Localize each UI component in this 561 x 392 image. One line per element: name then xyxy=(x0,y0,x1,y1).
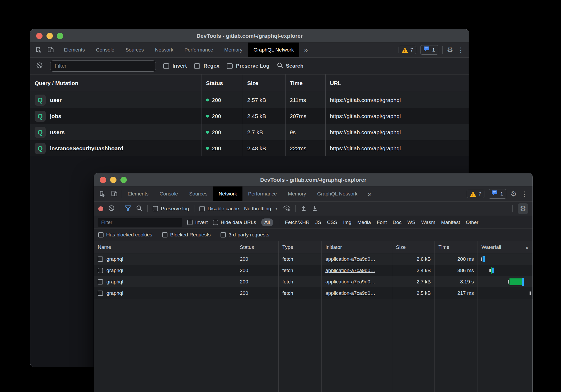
column-header-query-mutation[interactable]: Query / Mutation xyxy=(30,74,202,92)
table-row[interactable]: graphql 200 fetch application-a7ca9d0… 2… xyxy=(94,265,532,276)
row-checkbox[interactable] xyxy=(98,291,103,296)
tab-sources[interactable]: Sources xyxy=(184,186,213,201)
filter-chip-all[interactable]: All xyxy=(261,218,273,226)
has-blocked-cookies-control[interactable]: Has blocked cookies xyxy=(98,232,152,238)
filter-chip-css[interactable]: CSS xyxy=(327,220,337,225)
export-har-icon[interactable] xyxy=(312,205,318,212)
row-checkbox[interactable] xyxy=(98,279,103,284)
record-button[interactable] xyxy=(98,206,103,211)
column-header-size[interactable]: Size xyxy=(392,241,435,253)
tab-sources[interactable]: Sources xyxy=(120,43,149,57)
preserve-log-control[interactable]: Preserve log xyxy=(153,206,189,212)
regex-checkbox[interactable] xyxy=(194,63,200,69)
tab-graphql-network[interactable]: GraphQL Network xyxy=(248,43,299,57)
search-icon[interactable] xyxy=(136,205,142,212)
tab-memory[interactable]: Memory xyxy=(219,43,248,57)
table-row[interactable]: Qusers 200 2.7 kB 9s https://gitlab.com/… xyxy=(30,124,469,140)
filter-chip-other[interactable]: Other xyxy=(466,220,479,225)
close-button[interactable] xyxy=(36,33,43,39)
disable-cache-control[interactable]: Disable cache xyxy=(199,206,239,212)
clear-icon[interactable] xyxy=(36,62,43,70)
column-header-type[interactable]: Type xyxy=(279,241,322,253)
initiator-link[interactable]: application-a7ca9d0… xyxy=(325,268,375,273)
column-header-time[interactable]: Time xyxy=(286,74,326,92)
filter-chip-img[interactable]: Img xyxy=(343,220,352,225)
tab-elements[interactable]: Elements xyxy=(58,43,90,57)
column-header-size[interactable]: Size xyxy=(243,74,286,92)
hide-data-urls-checkbox[interactable] xyxy=(213,220,218,225)
network-filter-input[interactable] xyxy=(98,218,182,227)
has-blocked-cookies-checkbox[interactable] xyxy=(98,232,104,237)
third-party-requests-control[interactable]: 3rd-party requests xyxy=(221,232,269,238)
invert-checkbox-label[interactable]: Invert xyxy=(163,63,187,69)
device-toolbar-icon[interactable] xyxy=(47,46,54,54)
filter-chip-js[interactable]: JS xyxy=(315,220,321,225)
column-header-status[interactable]: Status xyxy=(202,74,243,92)
preserve-log-checkbox[interactable] xyxy=(153,206,158,211)
tab-network[interactable]: Network xyxy=(149,43,179,57)
hide-data-urls-control[interactable]: Hide data URLs xyxy=(213,220,256,225)
filter-chip-ws[interactable]: WS xyxy=(407,220,415,225)
column-header-waterfall[interactable]: Waterfall ▲ xyxy=(478,241,532,253)
settings-gear-icon[interactable]: ⚙ xyxy=(511,190,517,198)
zoom-button[interactable] xyxy=(57,33,63,39)
tab-network[interactable]: Network xyxy=(213,186,243,201)
clear-icon[interactable] xyxy=(108,205,115,212)
tab-memory[interactable]: Memory xyxy=(282,186,312,201)
minimize-button[interactable] xyxy=(46,33,53,39)
row-checkbox[interactable] xyxy=(98,256,103,262)
filter-funnel-icon[interactable] xyxy=(125,206,131,212)
filter-chip-manifest[interactable]: Manifest xyxy=(441,220,460,225)
network-settings-button[interactable]: ⚙ xyxy=(518,203,528,214)
device-toolbar-icon[interactable] xyxy=(111,190,118,198)
more-options-icon[interactable]: ⋮ xyxy=(457,47,464,53)
invert-checkbox[interactable] xyxy=(187,220,193,225)
regex-checkbox-label[interactable]: Regex xyxy=(194,63,219,69)
invert-checkbox[interactable] xyxy=(163,63,169,69)
tab-performance[interactable]: Performance xyxy=(242,186,282,201)
tab-graphql-network[interactable]: GraphQL Network xyxy=(312,186,363,201)
table-row[interactable]: Qjobs 200 2.45 kB 207ms https://gitlab.c… xyxy=(30,108,469,124)
zoom-button[interactable] xyxy=(120,177,127,183)
filter-chip-font[interactable]: Font xyxy=(377,220,387,225)
column-header-url[interactable]: URL xyxy=(326,74,469,92)
invert-control[interactable]: Invert xyxy=(187,220,208,225)
search-control[interactable]: Search xyxy=(277,62,303,70)
inspect-element-icon[interactable] xyxy=(35,46,42,54)
filter-input[interactable] xyxy=(50,60,156,72)
issues-badge[interactable]: 1 xyxy=(420,45,438,55)
filter-chip-media[interactable]: Media xyxy=(357,220,371,225)
throttling-dropdown[interactable]: No throttling ▼ xyxy=(244,206,278,212)
preserve-log-checkbox[interactable] xyxy=(227,63,233,69)
tab-performance[interactable]: Performance xyxy=(179,43,219,57)
table-row[interactable]: graphql 200 fetch application-a7ca9d0… 2… xyxy=(94,253,532,265)
filter-chip-fetch-xhr[interactable]: Fetch/XHR xyxy=(285,220,310,225)
column-header-status[interactable]: Status xyxy=(236,241,279,253)
table-row[interactable]: QinstanceSecurityDashboard 200 2.48 kB 2… xyxy=(30,140,469,156)
initiator-link[interactable]: application-a7ca9d0… xyxy=(325,256,375,262)
blocked-requests-checkbox[interactable] xyxy=(162,232,167,237)
row-checkbox[interactable] xyxy=(98,268,103,273)
settings-gear-icon[interactable]: ⚙ xyxy=(447,46,453,54)
table-row[interactable]: graphql 200 fetch application-a7ca9d0… 2… xyxy=(94,287,532,299)
disable-cache-checkbox[interactable] xyxy=(199,206,205,211)
import-har-icon[interactable] xyxy=(301,205,307,212)
column-header-time[interactable]: Time xyxy=(435,241,478,253)
titlebar[interactable]: DevTools - gitlab.com/-/graphql-explorer xyxy=(30,29,469,43)
network-conditions-icon[interactable] xyxy=(283,205,290,212)
third-party-requests-checkbox[interactable] xyxy=(221,232,226,237)
warnings-badge[interactable]: ! 7 xyxy=(399,46,417,54)
filter-chip-doc[interactable]: Doc xyxy=(392,220,401,225)
initiator-link[interactable]: application-a7ca9d0… xyxy=(325,290,375,296)
warnings-badge[interactable]: ! 7 xyxy=(467,190,485,198)
more-tabs-icon[interactable]: » xyxy=(299,43,312,57)
tab-elements[interactable]: Elements xyxy=(122,186,154,201)
inspect-element-icon[interactable] xyxy=(99,190,106,198)
column-header-initiator[interactable]: Initiator xyxy=(322,241,392,253)
preserve-log-checkbox-label[interactable]: Preserve Log xyxy=(227,63,270,69)
issues-badge[interactable]: 1 xyxy=(489,189,506,199)
more-tabs-icon[interactable]: » xyxy=(363,186,376,201)
minimize-button[interactable] xyxy=(110,177,116,183)
tab-console[interactable]: Console xyxy=(90,43,120,57)
filter-chip-wasm[interactable]: Wasm xyxy=(421,220,435,225)
